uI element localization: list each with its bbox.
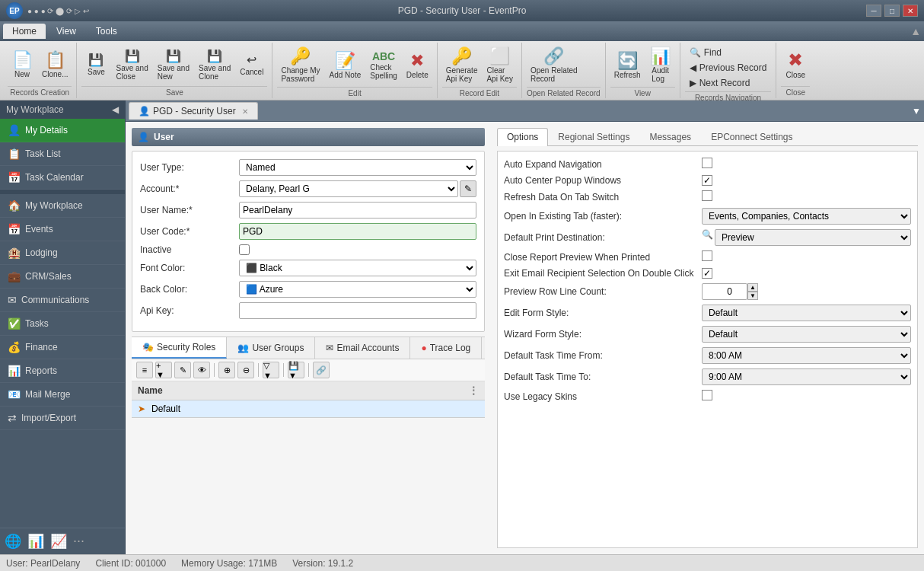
save-group-label: Save (81, 86, 267, 98)
new-icon: 📄 (12, 52, 33, 69)
link-button[interactable]: 🔗 (313, 362, 330, 378)
menu-home[interactable]: Home (3, 24, 46, 39)
change-password-button[interactable]: 🔑 Change MyPassword (277, 46, 323, 85)
sidebar-item-tasks[interactable]: ✅ Tasks (0, 312, 125, 336)
spin-up-button[interactable]: ▲ (747, 283, 758, 292)
tab-messages[interactable]: Messages (639, 128, 701, 145)
sidebar-item-reports[interactable]: 📊 Reports (0, 359, 125, 383)
view-group-label: View (610, 87, 675, 99)
view-detail-button[interactable]: 👁 (193, 362, 210, 378)
table-row[interactable]: ➤ Default (132, 400, 485, 418)
font-color-select[interactable]: ⬛ Black (239, 260, 476, 276)
auto-center-popup-checkbox[interactable]: ✓ (702, 175, 712, 186)
sidebar-item-finance[interactable]: 💰 Finance (0, 336, 125, 359)
close-window-button[interactable]: ✕ (903, 5, 918, 17)
user-code-input[interactable] (239, 223, 476, 240)
menu-tools[interactable]: Tools (87, 24, 126, 39)
open-related-record-button[interactable]: 🔗 Open RelatedRecord (527, 46, 581, 85)
user-groups-icon: 👥 (237, 343, 249, 353)
add-note-button[interactable]: 📝 Add Note (326, 50, 365, 81)
use-legacy-skins-row: Use Legacy Skins (504, 390, 911, 403)
add-dropdown-button[interactable]: + ▼ (155, 362, 172, 378)
maximize-button[interactable]: □ (884, 5, 900, 17)
tab-user-groups[interactable]: 👥 User Groups (227, 337, 315, 359)
column-options-icon[interactable]: ⋮ (468, 384, 479, 397)
tab-email-accounts[interactable]: ✉ Email Accounts (315, 337, 410, 359)
sidebar-item-task-calendar[interactable]: 📅 Task Calendar (0, 166, 125, 190)
user-name-input[interactable] (239, 202, 476, 219)
default-task-time-from-select[interactable]: 8:00 AM (702, 347, 911, 364)
tab-dropdown-button[interactable]: ▼ (912, 106, 921, 116)
toolbar-group-open-related: 🔗 Open RelatedRecord Open Related Record (522, 43, 606, 98)
sidebar-item-communications[interactable]: ✉ Communications (0, 289, 125, 312)
back-color-select[interactable]: 🟦 Azure (239, 281, 476, 298)
sidebar-collapse-icon[interactable]: ◀ (112, 104, 119, 115)
sidebar-chart-icon[interactable]: 📊 (27, 533, 44, 550)
open-existing-tab-select[interactable]: Events, Companies, Contacts (702, 208, 911, 225)
sidebar-item-crm-sales[interactable]: 💼 CRM/Sales (0, 265, 125, 289)
use-legacy-skins-checkbox[interactable] (702, 390, 712, 400)
list-view-button[interactable]: ≡ (136, 362, 153, 378)
sidebar-item-my-workplace[interactable]: 🏠 My Workplace (0, 194, 125, 218)
account-select[interactable]: Delany, Pearl G (239, 180, 458, 197)
auto-expand-nav-checkbox[interactable] (702, 158, 712, 168)
generate-api-key-button[interactable]: 🔑 GenerateApi Key (442, 46, 482, 85)
next-record-button[interactable]: ▶ Next Record (685, 76, 772, 90)
sidebar-more-icon[interactable]: ··· (73, 533, 84, 550)
previous-record-button[interactable]: ◀ Previous Record (685, 61, 772, 75)
tab-close-button[interactable]: ✕ (242, 107, 248, 116)
inactive-checkbox[interactable] (239, 244, 250, 255)
exit-email-checkbox[interactable]: ✓ (702, 268, 712, 279)
add-relation-button[interactable]: ⊕ (218, 362, 235, 378)
sidebar-item-import-export[interactable]: ⇄ Import/Export (0, 407, 125, 430)
new-button[interactable]: 📄 New (8, 49, 37, 81)
save-dropdown-button[interactable]: 💾 ▼ (288, 362, 304, 378)
api-key-input[interactable] (239, 302, 476, 319)
delete-button[interactable]: ✖ Delete (403, 50, 432, 81)
collapse-ribbon-button[interactable]: ▲ (910, 25, 921, 37)
save-clone-button[interactable]: 💾 Save andClone (195, 48, 234, 83)
edit-button[interactable]: ✎ (174, 362, 191, 378)
minimize-button[interactable]: ─ (866, 5, 881, 17)
tab-pgd-security-user[interactable]: 👤 PGD - Security User ✕ (129, 102, 258, 120)
clone-button[interactable]: 📋 Clone... (38, 49, 72, 81)
inactive-label: Inactive (140, 244, 239, 255)
sidebar-item-lodging[interactable]: 🏨 Lodging (0, 241, 125, 265)
close-report-preview-checkbox[interactable] (702, 250, 712, 261)
find-button[interactable]: 🔍 Find (685, 46, 772, 59)
sidebar-item-my-details[interactable]: 👤 My Details (0, 119, 125, 142)
tab-security-roles[interactable]: 🎭 Security Roles (132, 337, 227, 359)
tab-regional-settings[interactable]: Regional Settings (548, 128, 639, 145)
close-button[interactable]: ✖ Close (781, 49, 810, 81)
sidebar-globe-icon[interactable]: 🌐 (5, 533, 21, 550)
open-related-buttons: 🔗 Open RelatedRecord (527, 43, 601, 87)
cancel-button[interactable]: ↩ Cancel (236, 52, 267, 78)
spin-down-button[interactable]: ▼ (747, 292, 758, 300)
menu-view[interactable]: View (47, 24, 85, 39)
preview-row-line-count-input[interactable] (702, 283, 747, 300)
sidebar-item-events[interactable]: 📅 Events (0, 218, 125, 241)
default-print-dest-select[interactable]: Preview (715, 229, 911, 246)
audit-log-button[interactable]: 📊 AuditLog (646, 46, 675, 85)
save-close-button[interactable]: 💾 Save andClose (112, 48, 151, 83)
sidebar-graph-icon[interactable]: 📈 (50, 533, 67, 550)
check-spelling-button[interactable]: ABC CheckSpelling (366, 49, 401, 82)
edit-form-style-select[interactable]: Default (702, 305, 911, 321)
next-record-label: Next Record (699, 78, 750, 88)
save-new-button[interactable]: 💾 Save andNew (154, 48, 193, 83)
save-button[interactable]: 💾 Save (81, 52, 110, 78)
remove-relation-button[interactable]: ⊖ (237, 362, 254, 378)
default-task-time-to-select[interactable]: 9:00 AM (702, 368, 911, 385)
wizard-form-style-select[interactable]: Default (702, 326, 911, 343)
refresh-data-tab-checkbox[interactable] (702, 190, 712, 201)
user-type-select[interactable]: Named (239, 159, 476, 176)
tab-options[interactable]: Options (497, 128, 548, 146)
filter-dropdown-button[interactable]: ▽ ▼ (263, 362, 279, 378)
clear-api-key-button[interactable]: ⬜ ClearApi Key (483, 46, 516, 85)
refresh-button[interactable]: 🔄 Refresh (610, 50, 645, 81)
account-edit-button[interactable]: ✎ (460, 180, 476, 197)
sidebar-item-mail-merge[interactable]: 📧 Mail Merge (0, 383, 125, 407)
tab-epconnect-settings[interactable]: EPConnect Settings (701, 128, 802, 145)
sidebar-item-task-list[interactable]: 📋 Task List (0, 142, 125, 166)
tab-trace-log[interactable]: ● Trace Log (410, 337, 482, 359)
